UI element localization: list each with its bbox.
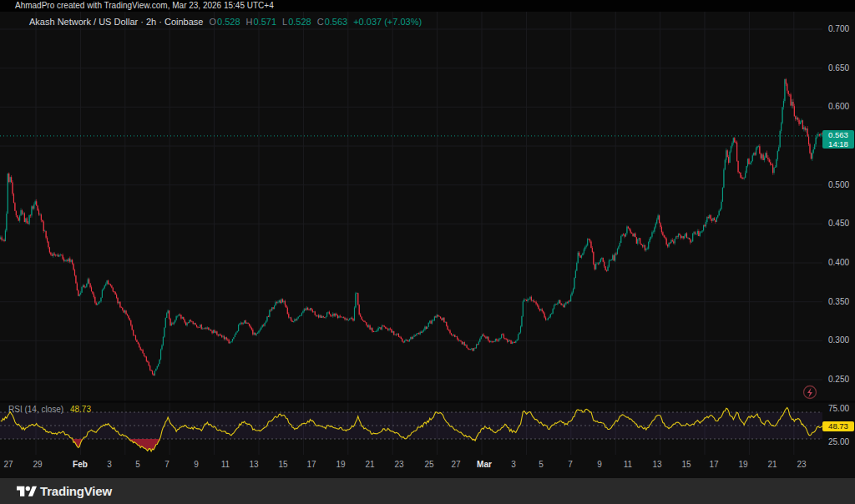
rsi-title[interactable]: RSI	[8, 405, 23, 414]
time-axis-label: 19	[731, 460, 755, 470]
bar-countdown: 14:18	[822, 139, 854, 149]
footer-bar: TradingView	[0, 478, 855, 504]
time-axis-label: 5	[126, 460, 149, 470]
time-axis-label: 29	[26, 460, 49, 470]
price-axis-label: 0.400	[828, 258, 855, 268]
high-label: H	[246, 17, 253, 27]
rsi-value: 48.73	[70, 405, 91, 414]
time-axis-label: 9	[185, 460, 208, 470]
close-label: C	[317, 17, 324, 27]
time-axis-label: 5	[529, 460, 553, 470]
tradingview-logo-icon[interactable]	[17, 484, 37, 500]
time-axis-label: 27	[444, 460, 468, 470]
time-axis-label: 15	[271, 460, 295, 470]
price-axis-label: 0.650	[828, 63, 855, 73]
time-axis-label: 9	[588, 460, 611, 470]
time-axis-label: 21	[761, 460, 784, 470]
time-axis-label: 23	[790, 460, 813, 470]
tradingview-wordmark[interactable]: TradingView	[40, 478, 112, 504]
symbol-title[interactable]: Akash Network / US Dollar · 2h · Coinbas…	[29, 17, 203, 27]
time-axis-label: 25	[417, 460, 441, 470]
open-label: O	[209, 17, 216, 27]
time-axis-label: 21	[358, 460, 382, 470]
rsi-axis-bottom-label: 25.00	[828, 437, 855, 447]
low-value: 0.528	[288, 17, 311, 27]
time-axis-label: 15	[675, 460, 698, 470]
time-axis-label: 11	[616, 460, 640, 470]
time-axis-label: 27	[0, 460, 20, 470]
chart-area[interactable]: Akash Network / US Dollar · 2h · Coinbas…	[0, 12, 855, 478]
time-axis-label: 3	[98, 460, 121, 470]
time-axis-label: 13	[645, 460, 669, 470]
open-value: 0.528	[217, 17, 240, 27]
rsi-params: (14, close)	[24, 405, 63, 414]
time-axis-label: 13	[242, 460, 266, 470]
close-value: 0.563	[325, 17, 348, 27]
time-axis-label: 23	[387, 460, 411, 470]
price-axis-label: 0.500	[828, 180, 855, 190]
time-axis-label: Feb	[68, 460, 92, 470]
symbol-legend: Akash Network / US Dollar · 2h · Coinbas…	[29, 17, 422, 27]
price-axis-label: 0.300	[828, 335, 855, 345]
rsi-legend: RSI (14, close) 48.73	[8, 405, 91, 414]
attribution-bar: AhmadPro created with TradingView.com, M…	[0, 0, 855, 12]
price-axis-label: 0.350	[828, 297, 855, 307]
price-axis-label: 0.700	[828, 24, 855, 34]
attribution-text: AhmadPro created with TradingView.com, M…	[15, 1, 274, 10]
current-price-value: 0.563	[822, 130, 854, 139]
time-axis-label: 17	[300, 460, 323, 470]
rsi-value-label: 48.73	[822, 421, 854, 431]
price-chart-canvas[interactable]	[0, 12, 855, 478]
time-axis-label: 7	[559, 460, 582, 470]
time-axis-label: 11	[214, 460, 237, 470]
time-axis-label: Mar	[473, 460, 496, 470]
time-axis-label: 17	[702, 460, 726, 470]
high-value: 0.571	[254, 17, 277, 27]
low-label: L	[282, 17, 287, 27]
current-price-label: 0.563 14:18	[822, 130, 854, 149]
change-value: +0.037 (+7.03%)	[353, 17, 422, 27]
price-axis-label: 0.250	[828, 375, 855, 385]
time-axis-label: 19	[329, 460, 352, 470]
price-axis-label: 0.450	[828, 219, 855, 229]
rsi-axis-top-label: 75.00	[828, 404, 855, 414]
time-axis-label: 7	[155, 460, 179, 470]
price-axis-label: 0.600	[828, 102, 855, 112]
lightning-icon[interactable]	[804, 386, 817, 399]
time-axis-label: 3	[502, 460, 525, 470]
